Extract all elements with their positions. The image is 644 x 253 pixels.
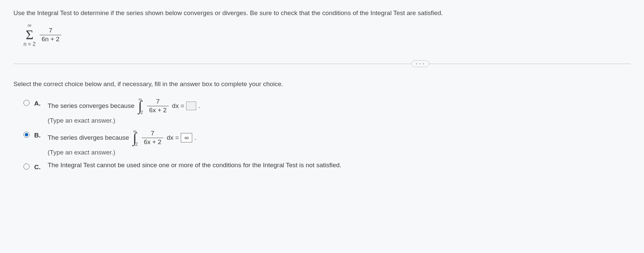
hint-B: (Type an exact answer.)	[48, 149, 631, 156]
choice-B-text: The series diverges because	[48, 134, 129, 141]
series-denominator: 6n + 2	[40, 35, 61, 43]
integrand-A: 7 6x + 2	[147, 98, 169, 114]
period-A: .	[198, 102, 200, 110]
choice-label-B: B.	[34, 132, 43, 139]
choice-label-C: C.	[34, 164, 43, 171]
sigma-symbol: Σ	[25, 28, 33, 42]
series-expression: ∞ Σ n = 2 7 6n + 2	[23, 23, 631, 47]
integral-B: ∞ ∫ 2	[132, 130, 138, 146]
question-text: Use the Integral Test to determine if th…	[13, 9, 631, 17]
choice-C-text: The Integral Test cannot be used since o…	[48, 162, 341, 169]
radio-B[interactable]	[23, 132, 30, 138]
series-numerator: 7	[47, 27, 54, 35]
series-fraction: 7 6n + 2	[40, 27, 61, 43]
dx-equals-A: dx =	[172, 102, 184, 110]
radio-A[interactable]	[23, 100, 30, 106]
period-B: .	[194, 134, 196, 141]
choice-B: B. The series diverges because ∞ ∫ 2 7 6…	[23, 130, 631, 156]
answer-input-A[interactable]	[186, 102, 196, 110]
integral-A: ∞ ∫ 2	[137, 98, 143, 114]
dx-equals-B: dx =	[167, 134, 179, 141]
answer-input-B[interactable]: ∞	[181, 133, 192, 142]
choice-A-text: The series converges because	[48, 102, 135, 110]
hint-A: (Type an exact answer.)	[48, 117, 631, 124]
section-divider: • • •	[13, 60, 631, 67]
choice-C: C. The Integral Test cannot be used sinc…	[23, 162, 631, 171]
radio-C[interactable]	[23, 164, 30, 170]
integrand-B: 7 6x + 2	[142, 130, 163, 146]
more-options-button[interactable]: • • •	[411, 60, 429, 67]
sigma-lower: n = 2	[23, 42, 36, 47]
choice-A: A. The series converges because ∞ ∫ 2 7 …	[23, 98, 631, 124]
instruction-text: Select the correct choice below and, if …	[13, 80, 631, 88]
choice-label-A: A.	[34, 100, 43, 107]
